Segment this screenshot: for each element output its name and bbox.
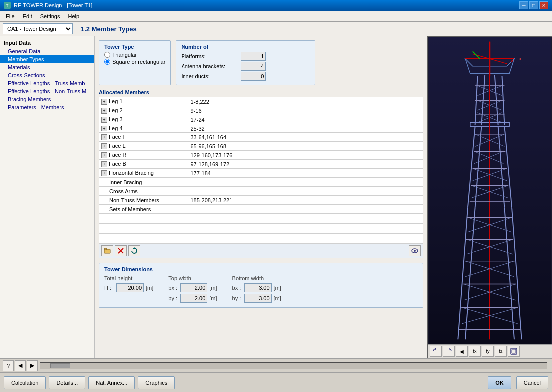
expand-icon[interactable]: + bbox=[101, 99, 107, 105]
sidebar-item-general-data[interactable]: General Data bbox=[0, 47, 94, 55]
maximize-button[interactable]: □ bbox=[529, 1, 538, 9]
table-row[interactable]: Cross Arms bbox=[99, 187, 423, 196]
radio-square-row: Square or rectangular bbox=[104, 59, 165, 65]
calculation-button[interactable]: Calculation bbox=[4, 376, 46, 389]
top-by-label: by : bbox=[168, 295, 178, 301]
member-name: Leg 1 bbox=[109, 98, 123, 104]
top-by-unit: [m] bbox=[209, 295, 217, 301]
expand-icon[interactable]: + bbox=[101, 134, 107, 140]
menu-help[interactable]: Help bbox=[64, 12, 83, 20]
bottom-bx-label: bx : bbox=[232, 285, 242, 291]
members-table: +Leg 1 1-8,222 +Leg 2 9-16 +Leg 3 17-24 bbox=[99, 97, 423, 244]
antenna-input[interactable] bbox=[241, 62, 266, 71]
member-value: 33-64,161-164 bbox=[189, 133, 423, 142]
radio-triangular[interactable] bbox=[104, 52, 110, 58]
open-button[interactable] bbox=[101, 245, 113, 256]
next-status-btn[interactable]: ▶ bbox=[27, 360, 38, 371]
bottom-by-input[interactable] bbox=[244, 294, 272, 303]
view-btn-rotate-cw[interactable] bbox=[443, 346, 455, 357]
expand-icon[interactable]: + bbox=[101, 143, 107, 149]
sidebar-item-params-members[interactable]: Parameters - Members bbox=[0, 103, 94, 111]
height-input[interactable] bbox=[116, 283, 144, 292]
3d-view-panel: × bbox=[427, 36, 552, 358]
horizontal-scrollbar[interactable] bbox=[40, 362, 547, 369]
menu-settings[interactable]: Settings bbox=[36, 12, 64, 20]
view-btn-fz[interactable]: fz bbox=[495, 346, 507, 357]
view-btn-rotate-ccw[interactable] bbox=[430, 346, 442, 357]
member-value: 1-8,222 bbox=[189, 97, 423, 106]
expand-icon[interactable]: + bbox=[101, 117, 107, 123]
member-value: 97-128,169-172 bbox=[189, 160, 423, 169]
details-button[interactable]: Details... bbox=[49, 376, 85, 389]
delete-button[interactable] bbox=[115, 245, 127, 256]
view-canvas[interactable]: × bbox=[428, 37, 552, 344]
sidebar-item-eff-len-truss[interactable]: Effective Lengths - Truss Memb bbox=[0, 79, 94, 87]
expand-icon[interactable]: + bbox=[101, 108, 107, 114]
member-value: 177-184 bbox=[189, 169, 423, 178]
table-row[interactable]: Sets of Members bbox=[99, 205, 423, 214]
member-value: 65-96,165-168 bbox=[189, 142, 423, 151]
nat-annex-button[interactable]: Nat. Annex... bbox=[88, 376, 135, 389]
member-name: Inner Bracing bbox=[109, 179, 142, 185]
menu-file[interactable]: File bbox=[2, 12, 19, 20]
table-row[interactable]: +Face F 33-64,161-164 bbox=[99, 133, 423, 142]
view-btn-box[interactable] bbox=[508, 346, 520, 357]
member-value: 17-24 bbox=[189, 115, 423, 124]
ok-button[interactable]: OK bbox=[488, 376, 511, 389]
table-row[interactable]: +Leg 1 1-8,222 bbox=[99, 97, 423, 106]
sidebar-item-cross-sections[interactable]: Cross-Sections bbox=[0, 71, 94, 79]
minimize-button[interactable]: ─ bbox=[519, 1, 528, 9]
top-width-label: Top width bbox=[168, 275, 217, 281]
member-name: Horizontal Bracing bbox=[109, 170, 154, 176]
tower-type-panel: Tower Type Triangular Square or rectangu… bbox=[99, 40, 171, 85]
svg-point-6 bbox=[414, 250, 416, 252]
table-row[interactable]: +Face L 65-96,165-168 bbox=[99, 142, 423, 151]
status-bar: ? ◀ ▶ bbox=[0, 358, 552, 372]
view-toolbar: ◀ fx fy fz bbox=[428, 344, 552, 358]
help-status-btn[interactable]: ? bbox=[3, 360, 14, 371]
action-bar: Calculation Details... Nat. Annex... Gra… bbox=[0, 372, 552, 392]
table-row[interactable]: +Leg 2 9-16 bbox=[99, 106, 423, 115]
svg-text:×: × bbox=[511, 58, 514, 63]
expand-icon[interactable]: + bbox=[101, 161, 107, 167]
menu-edit[interactable]: Edit bbox=[19, 12, 36, 20]
refresh-button[interactable] bbox=[128, 245, 140, 256]
module-dropdown[interactable]: CA1 - Tower Design bbox=[3, 23, 73, 34]
total-height-label: Total height bbox=[104, 275, 153, 281]
bottom-bx-input[interactable] bbox=[244, 283, 272, 292]
cancel-button[interactable]: Cancel bbox=[516, 376, 548, 389]
top-by-input[interactable] bbox=[180, 294, 207, 303]
sidebar-item-bracing-members[interactable]: Bracing Members bbox=[0, 95, 94, 103]
table-row[interactable]: Non-Truss Members 185-208,213-221 bbox=[99, 196, 423, 205]
inner-ducts-input[interactable] bbox=[241, 72, 266, 81]
sidebar-item-materials[interactable]: Materials bbox=[0, 63, 94, 71]
view-btn-fx[interactable]: fx bbox=[469, 346, 481, 357]
table-row[interactable]: Inner Bracing bbox=[99, 178, 423, 187]
prev-status-btn[interactable]: ◀ bbox=[15, 360, 26, 371]
view-btn-back[interactable]: ◀ bbox=[456, 346, 468, 357]
table-row[interactable]: +Horizontal Bracing 177-184 bbox=[99, 169, 423, 178]
sidebar-item-eff-len-non-truss[interactable]: Effective Lengths - Non-Truss M bbox=[0, 87, 94, 95]
member-name: Leg 3 bbox=[109, 116, 123, 122]
member-value bbox=[189, 187, 423, 196]
sidebar-item-member-types[interactable]: Member Types bbox=[0, 55, 94, 63]
radio-square[interactable] bbox=[104, 59, 110, 65]
antenna-label: Antenna brackets: bbox=[181, 63, 241, 69]
eye-button[interactable] bbox=[409, 245, 421, 256]
scroll-thumb[interactable] bbox=[50, 363, 70, 368]
table-row-empty bbox=[99, 224, 423, 234]
expand-icon[interactable]: + bbox=[101, 170, 107, 176]
top-bx-input[interactable] bbox=[180, 283, 207, 292]
expand-icon[interactable]: + bbox=[101, 126, 107, 131]
platforms-input[interactable] bbox=[241, 52, 266, 61]
view-btn-fy[interactable]: fy bbox=[482, 346, 494, 357]
table-row[interactable]: +Face B 97-128,169-172 bbox=[99, 160, 423, 169]
table-row[interactable]: +Leg 3 17-24 bbox=[99, 115, 423, 124]
number-of-title: Number of bbox=[181, 44, 310, 50]
table-row[interactable]: +Face R 129-160,173-176 bbox=[99, 151, 423, 160]
expand-icon[interactable]: + bbox=[101, 152, 107, 158]
table-row[interactable]: +Leg 4 25-32 bbox=[99, 124, 423, 133]
graphics-button[interactable]: Graphics bbox=[138, 376, 175, 389]
close-button[interactable]: ✕ bbox=[539, 1, 548, 9]
bottom-by-label: by : bbox=[232, 295, 242, 301]
